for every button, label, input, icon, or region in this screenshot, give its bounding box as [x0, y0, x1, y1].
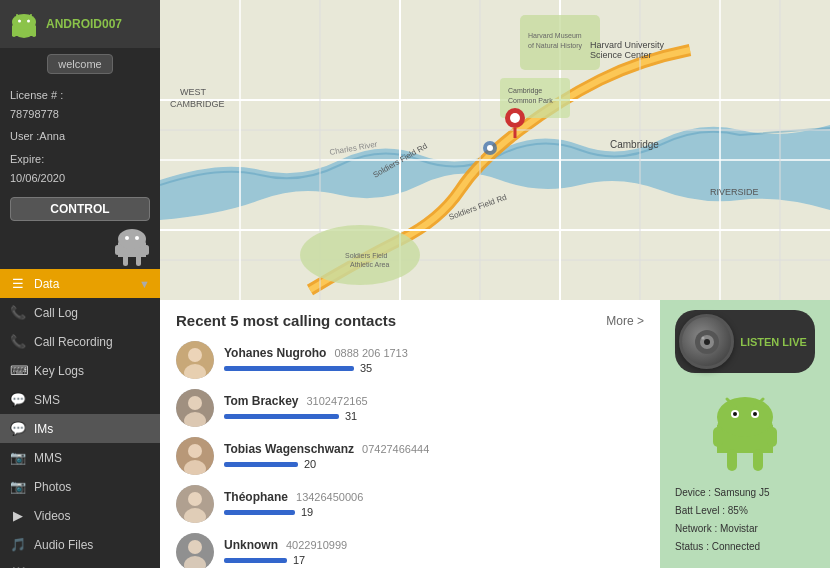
expire-label: Expire: 10/06/2020	[10, 150, 150, 187]
svg-text:Athletic Area: Athletic Area	[350, 261, 389, 268]
sidebar-item-sms[interactable]: 💬SMS	[0, 385, 160, 414]
status-label: Status : Connected	[675, 538, 820, 556]
videos-icon: ▶	[10, 508, 26, 523]
svg-point-13	[135, 236, 139, 240]
contact-count: 31	[345, 410, 357, 422]
app-title: ANDROID007	[46, 17, 122, 31]
svg-point-56	[188, 348, 202, 362]
sidebar-item-data[interactable]: ☰Data▼	[0, 269, 160, 298]
svg-text:of Natural History: of Natural History	[528, 42, 583, 50]
contact-name: Tobias Wagenschwanz	[224, 442, 354, 456]
sidebar-item-audio-files[interactable]: 🎵Audio Files	[0, 530, 160, 559]
sidebar: ANDROID007 welcome License # : 78798778 …	[0, 0, 160, 568]
avatar	[176, 341, 214, 379]
svg-text:CAMBRIDGE: CAMBRIDGE	[170, 99, 225, 109]
panel-header: Recent 5 most calling contacts More >	[176, 312, 644, 329]
call-log-label: Call Log	[34, 306, 78, 320]
list-item: Tobias Wagenschwanz0742746644420	[176, 437, 644, 475]
videos-label: Videos	[34, 509, 70, 523]
data-icon: ☰	[10, 276, 26, 291]
contact-info: Tobias Wagenschwanz0742746644420	[224, 442, 644, 470]
avatar	[176, 485, 214, 523]
sidebar-item-call-recording[interactable]: 📞Call Recording	[0, 327, 160, 356]
svg-point-72	[704, 339, 710, 345]
contact-name: Théophane	[224, 490, 288, 504]
list-item: Unknown402291099917	[176, 533, 644, 568]
svg-rect-84	[767, 427, 777, 447]
sidebar-item-wallpaper[interactable]: 🖼Wallpaper	[0, 559, 160, 568]
sidebar-item-call-log[interactable]: 📞Call Log	[0, 298, 160, 327]
panel-title: Recent 5 most calling contacts	[176, 312, 396, 329]
svg-point-68	[188, 540, 202, 554]
svg-point-42	[510, 113, 520, 123]
svg-point-2	[12, 14, 36, 30]
more-link[interactable]: More >	[606, 314, 644, 328]
contact-count: 17	[293, 554, 305, 566]
svg-text:Harvard University: Harvard University	[590, 40, 665, 50]
batt-label: Batt Level : 85%	[675, 502, 820, 520]
user-label: User :Anna	[10, 127, 150, 146]
listen-live-button[interactable]: LISTEN LIVE	[675, 310, 815, 373]
mms-icon: 📷	[10, 450, 26, 465]
chevron-down-icon: ▼	[139, 278, 150, 290]
audio-files-label: Audio Files	[34, 538, 93, 552]
svg-text:Cambridge: Cambridge	[610, 139, 659, 150]
contact-count: 19	[301, 506, 313, 518]
photos-label: Photos	[34, 480, 71, 494]
contact-phone: 13426450006	[296, 491, 363, 503]
contacts-panel: Recent 5 most calling contacts More > Yo…	[160, 300, 660, 568]
svg-text:Cambridge: Cambridge	[508, 87, 542, 95]
welcome-button[interactable]: welcome	[47, 54, 112, 74]
call-recording-label: Call Recording	[34, 335, 113, 349]
device-label: Device : Samsung J5	[675, 484, 820, 502]
contact-info: Yohanes Nugroho0888 206 171335	[224, 346, 644, 374]
sidebar-item-ims[interactable]: 💬IMs	[0, 414, 160, 443]
svg-rect-8	[32, 29, 36, 37]
sms-icon: 💬	[10, 392, 26, 407]
svg-point-4	[27, 20, 30, 23]
svg-point-59	[188, 396, 202, 410]
sidebar-item-photos[interactable]: 📷Photos	[0, 472, 160, 501]
svg-rect-16	[123, 254, 128, 266]
listen-live-icon	[679, 314, 734, 369]
list-item: Théophane1342645000619	[176, 485, 644, 523]
svg-text:RIVERSIDE: RIVERSIDE	[710, 187, 759, 197]
android-side-icon	[112, 221, 152, 269]
svg-rect-15	[144, 245, 149, 255]
call-recording-icon: 📞	[10, 334, 26, 349]
sms-label: SMS	[34, 393, 60, 407]
contact-bar	[224, 366, 354, 371]
right-panel: LISTEN LIVE Device : Samsung J5	[660, 300, 830, 568]
svg-point-73	[701, 336, 704, 339]
list-item: Tom Brackey310247216531	[176, 389, 644, 427]
contact-info: Tom Brackey310247216531	[224, 394, 644, 422]
device-info: Device : Samsung J5 Batt Level : 85% Net…	[670, 484, 820, 556]
control-button[interactable]: CONTROL	[10, 197, 150, 221]
contact-phone: 4022910999	[286, 539, 347, 551]
license-label: License # : 78798778	[10, 86, 150, 123]
svg-rect-83	[713, 427, 723, 447]
svg-rect-17	[136, 254, 141, 266]
svg-point-79	[733, 412, 737, 416]
svg-text:WEST: WEST	[180, 87, 207, 97]
contacts-list: Yohanes Nugroho0888 206 171335 Tom Brack…	[176, 341, 644, 568]
contact-phone: 07427466444	[362, 443, 429, 455]
svg-point-76	[717, 397, 773, 437]
key-logs-icon: ⌨	[10, 363, 26, 378]
contact-info: Unknown402291099917	[224, 538, 644, 566]
sidebar-item-mms[interactable]: 📷MMS	[0, 443, 160, 472]
data-label: Data	[34, 277, 59, 291]
main-content: Soldiers Field Athletic Area Harvard Mus…	[160, 0, 830, 568]
call-log-icon: 📞	[10, 305, 26, 320]
svg-rect-86	[753, 449, 763, 471]
android-logo-icon	[8, 8, 40, 40]
sidebar-item-videos[interactable]: ▶Videos	[0, 501, 160, 530]
contact-bar	[224, 510, 295, 515]
content-area: Recent 5 most calling contacts More > Yo…	[160, 300, 830, 568]
ims-icon: 💬	[10, 421, 26, 436]
avatar	[176, 533, 214, 568]
ims-label: IMs	[34, 422, 53, 436]
contact-phone: 3102472165	[306, 395, 367, 407]
sidebar-item-key-logs[interactable]: ⌨Key Logs	[0, 356, 160, 385]
contact-name: Unknown	[224, 538, 278, 552]
